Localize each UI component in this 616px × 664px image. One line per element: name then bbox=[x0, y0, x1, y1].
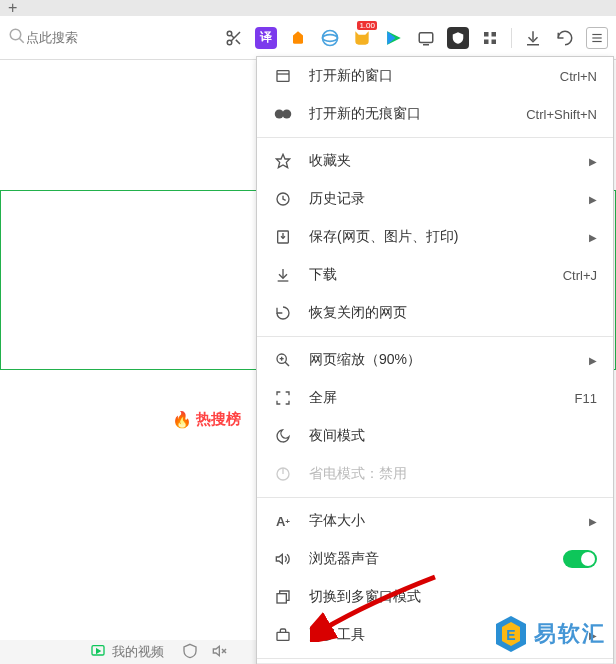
grid-icon[interactable] bbox=[479, 27, 501, 49]
chevron-right-icon: ▶ bbox=[589, 156, 597, 167]
menu-fullscreen[interactable]: 全屏 F11 bbox=[257, 379, 613, 417]
menu-separator bbox=[257, 336, 613, 337]
watermark: E 易软汇 bbox=[494, 614, 606, 654]
tv-icon[interactable] bbox=[415, 27, 437, 49]
toolbox-icon bbox=[273, 625, 293, 645]
sound-icon bbox=[273, 549, 293, 569]
menu-icon[interactable] bbox=[586, 27, 608, 49]
menu-label: 切换到多窗口模式 bbox=[309, 588, 597, 606]
windows-icon bbox=[273, 587, 293, 607]
svg-rect-11 bbox=[484, 32, 489, 37]
menu-download[interactable]: 下载 Ctrl+J bbox=[257, 256, 613, 294]
play-store-icon[interactable] bbox=[383, 27, 405, 49]
fullscreen-icon bbox=[273, 388, 293, 408]
menu-label: 夜间模式 bbox=[309, 427, 597, 445]
chevron-right-icon: ▶ bbox=[589, 355, 597, 366]
tabs-bar: + bbox=[0, 0, 616, 16]
menu-browser-sound[interactable]: 浏览器声音 bbox=[257, 540, 613, 578]
menu-separator bbox=[257, 137, 613, 138]
clock-icon bbox=[273, 189, 293, 209]
svg-marker-21 bbox=[97, 649, 100, 653]
menu-shortcut: Ctrl+N bbox=[560, 69, 597, 84]
menu-label: 打开新的无痕窗口 bbox=[309, 105, 526, 123]
new-tab-icon[interactable]: + bbox=[8, 0, 17, 17]
mute-icon[interactable] bbox=[212, 643, 228, 662]
svg-point-7 bbox=[323, 30, 338, 45]
menu-label: 字体大小 bbox=[309, 512, 589, 530]
sound-toggle[interactable] bbox=[563, 550, 597, 568]
menu-new-window[interactable]: 打开新的窗口 Ctrl+N bbox=[257, 57, 613, 95]
menu-new-incognito[interactable]: 打开新的无痕窗口 Ctrl+Shift+N bbox=[257, 95, 613, 133]
menu-restore[interactable]: 恢复关闭的网页 bbox=[257, 294, 613, 332]
svg-rect-12 bbox=[492, 32, 497, 37]
power-icon bbox=[273, 464, 293, 484]
svg-rect-14 bbox=[492, 39, 497, 44]
svg-rect-42 bbox=[277, 594, 286, 603]
hot-search-label[interactable]: 🔥 热搜榜 bbox=[172, 410, 241, 429]
moon-icon bbox=[273, 426, 293, 446]
menu-label: 历史记录 bbox=[309, 190, 589, 208]
ie-icon[interactable] bbox=[319, 27, 341, 49]
shield-outline-icon[interactable] bbox=[182, 643, 198, 662]
menu-label: 恢复关闭的网页 bbox=[309, 304, 597, 322]
chevron-right-icon: ▶ bbox=[589, 516, 597, 527]
cat-icon[interactable]: 1.00 bbox=[351, 27, 373, 49]
toolbar-icons: 译 1.00 bbox=[223, 27, 608, 49]
menu-font-size[interactable]: A+ 字体大小 ▶ bbox=[257, 502, 613, 540]
download-arrow-icon bbox=[273, 265, 293, 285]
save-file-icon bbox=[273, 227, 293, 247]
zoom-icon bbox=[273, 350, 293, 370]
restore-icon bbox=[273, 303, 293, 323]
font-icon: A+ bbox=[273, 511, 293, 531]
hot-search-text: 热搜榜 bbox=[196, 410, 241, 429]
svg-rect-9 bbox=[419, 32, 433, 42]
flame-icon: 🔥 bbox=[172, 410, 192, 429]
menu-history[interactable]: 历史记录 ▶ bbox=[257, 180, 613, 218]
search-icon bbox=[8, 27, 26, 49]
search-input[interactable] bbox=[26, 30, 146, 45]
menu-shortcut: Ctrl+J bbox=[563, 268, 597, 283]
menu-multi-window[interactable]: 切换到多窗口模式 bbox=[257, 578, 613, 616]
menu-label: 收藏夹 bbox=[309, 152, 589, 170]
svg-point-0 bbox=[10, 29, 21, 40]
menu-label: 全屏 bbox=[309, 389, 575, 407]
svg-line-36 bbox=[285, 362, 289, 366]
svg-point-3 bbox=[227, 40, 232, 45]
play-icon[interactable] bbox=[90, 643, 106, 662]
star-icon bbox=[273, 151, 293, 171]
download-icon[interactable] bbox=[522, 27, 544, 49]
undo-icon[interactable] bbox=[554, 27, 576, 49]
menu-save[interactable]: 保存(网页、图片、打印) ▶ bbox=[257, 218, 613, 256]
game-icon[interactable] bbox=[287, 27, 309, 49]
menu-label: 保存(网页、图片、打印) bbox=[309, 228, 589, 246]
svg-text:E: E bbox=[506, 627, 515, 643]
svg-point-28 bbox=[282, 110, 291, 119]
menu-night[interactable]: 夜间模式 bbox=[257, 417, 613, 455]
translate-icon[interactable]: 译 bbox=[255, 27, 277, 49]
menu-power-save: 省电模式：禁用 bbox=[257, 455, 613, 493]
main-menu: 打开新的窗口 Ctrl+N 打开新的无痕窗口 Ctrl+Shift+N 收藏夹 … bbox=[256, 56, 614, 664]
watermark-text: 易软汇 bbox=[534, 619, 606, 649]
menu-label: 省电模式：禁用 bbox=[309, 465, 597, 483]
menu-favorites[interactable]: 收藏夹 ▶ bbox=[257, 142, 613, 180]
mask-icon bbox=[273, 104, 293, 124]
svg-marker-41 bbox=[276, 554, 282, 563]
menu-separator bbox=[257, 497, 613, 498]
window-icon bbox=[273, 66, 293, 86]
menu-zoom[interactable]: 网页缩放（90%） ▶ bbox=[257, 341, 613, 379]
adblock-icon[interactable] bbox=[447, 27, 469, 49]
chevron-right-icon: ▶ bbox=[589, 194, 597, 205]
watermark-logo-icon: E bbox=[494, 614, 528, 654]
scissors-icon[interactable] bbox=[223, 27, 245, 49]
my-video-label[interactable]: 我的视频 bbox=[112, 643, 164, 661]
menu-label: 打开新的窗口 bbox=[309, 67, 560, 85]
menu-label: 下载 bbox=[309, 266, 563, 284]
svg-marker-29 bbox=[276, 154, 289, 167]
svg-rect-25 bbox=[277, 71, 289, 82]
menu-shortcut: F11 bbox=[575, 391, 597, 406]
search-box[interactable] bbox=[8, 27, 146, 49]
svg-rect-43 bbox=[277, 632, 289, 640]
menu-label: 浏览器声音 bbox=[309, 550, 563, 568]
chevron-right-icon: ▶ bbox=[589, 232, 597, 243]
svg-rect-13 bbox=[484, 39, 489, 44]
